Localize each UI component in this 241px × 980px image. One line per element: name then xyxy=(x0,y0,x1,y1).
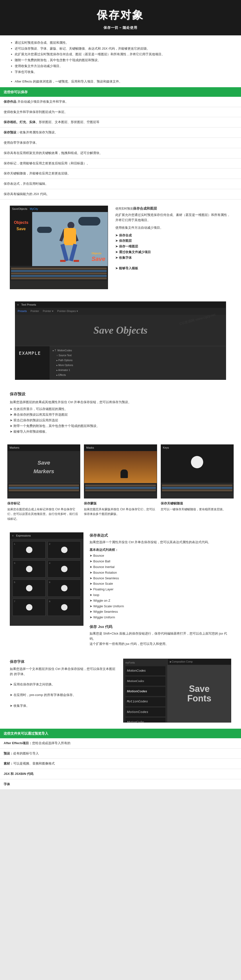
prop-row: ▸ Animator 1 xyxy=(52,368,224,373)
font-item[interactable]: MotionCodes xyxy=(125,718,165,722)
list-item: Bounce xyxy=(90,553,231,558)
footer-label: 预设： xyxy=(4,751,13,755)
expression-cell[interactable]: 3 xyxy=(13,560,46,578)
expression-cell[interactable]: 7 xyxy=(13,599,46,616)
list-item: 能够导入外部预设模板。 xyxy=(10,429,231,434)
panel-tab: Masks xyxy=(86,445,94,450)
list-item: 保存合成 xyxy=(115,233,231,238)
footer-label: 素材： xyxy=(4,762,13,765)
feature-text: 保存具有编辑能力的 JSX 代码。 xyxy=(4,192,49,196)
panel-text: 您可以一键保存关键帧随值，更有稳而更改层级。 xyxy=(161,507,234,512)
list-item: 单击保存的预设以将其应用于所选图层 xyxy=(10,412,231,417)
intro-block: 通过实时预览保存合成、图层和属性。 还可以保存预设、字体、蒙版、标记、关键帧随值… xyxy=(0,35,241,88)
list-item: Bounce Seamless xyxy=(90,576,231,581)
panel-text: 如果您在图层或合成上有标记并按住 Ctrl 单击保存它们，您可以设置在其他项目里… xyxy=(7,507,80,521)
panel-tab: Keys xyxy=(163,445,169,450)
list-item: 能够导入模板 xyxy=(115,266,231,271)
intro-list-1: 通过实时预览保存合成、图层和属性。 还可以保存预设、字体、蒙版、标记、关键帧随值… xyxy=(10,40,231,75)
list-item: 在应用时，pre-comp 的所有字体都会保存。 xyxy=(10,692,117,698)
font-item[interactable]: MotionCodes xyxy=(125,666,165,675)
screenshot-keyframes: Keys xyxy=(161,444,234,498)
panel-title: 保存关键帧随值 xyxy=(161,501,234,506)
timeline-panel xyxy=(10,266,108,280)
expr-desc: 如果您选择一个属性并按住 Ctrl 并单击保存按钮，您可以其表达式属性的表达式代… xyxy=(90,540,231,545)
fonts-desc: 如果您选择一个文本图层并按住 Ctrl 并单击保存按钮，您可以保存文本图层的 的… xyxy=(10,667,117,677)
subsection-title: 保存预设 xyxy=(10,391,231,397)
section-header-save: 这些你可以保存 xyxy=(0,87,241,97)
prop-row: ▸ More Options xyxy=(52,363,224,368)
comp-tab: MyCity xyxy=(30,207,38,211)
filter-tab[interactable]: Presets xyxy=(17,309,27,313)
rider-silhouette xyxy=(121,469,128,478)
expression-cell[interactable]: 1 xyxy=(13,541,46,558)
feature-text: 收集并将属性保存为预设。 xyxy=(20,130,58,134)
hero-title: 保存对象 xyxy=(0,6,241,23)
fonts-title: 保存字体 xyxy=(10,659,117,665)
list-item: Floating Layer xyxy=(90,587,231,592)
screenshot-save-comp: SaveObjects MyCity Objects Save xyxy=(10,206,108,289)
font-item[interactable]: MotionCodes xyxy=(125,687,165,696)
hamburger-icon: ≡ xyxy=(12,534,14,538)
filter-tab[interactable]: Pointer ▾ xyxy=(43,309,54,313)
strip-word: Save xyxy=(16,227,25,231)
expression-cell[interactable]: 5 xyxy=(13,579,46,597)
filter-tab[interactable]: Pointer xyxy=(30,309,39,313)
expression-cell[interactable]: 4 xyxy=(48,560,81,578)
feature-text: 使用自带字体保存字体。 xyxy=(4,141,39,145)
prop-row: ▸ Path Options xyxy=(52,358,224,363)
feature-text: 保存表达式，并在应用时编辑。 xyxy=(4,182,48,186)
section-title: 使用实时预览保存合成和图层 xyxy=(115,206,231,211)
screenshot-expressions: ≡ Expressions 1 2 3 4 5 6 7 8 xyxy=(10,532,84,626)
panel-tab: Expressions xyxy=(16,534,31,538)
feature-table: 保存作品 并自动减少项目并收集文件和字体。 使得收集文件和字体保存到图层成为一体… xyxy=(0,97,241,199)
intro-item: 此扩展允许您通过实时预览保存任何合成、图层（甚至是一维图层）和所有属性，并将它们… xyxy=(15,52,231,57)
font-item[interactable]: MotionCodes xyxy=(125,697,165,706)
list-item: 收集字体 xyxy=(115,255,231,261)
list-item: Bounce Ball xyxy=(90,559,231,564)
list-item: Bounce Scale xyxy=(90,581,231,586)
feature-text: 保存具有在应用框架支持的关键帧效果，拖拽和组成。还可分解滑块。 xyxy=(4,151,103,155)
feature-text: 并自动减少项目并收集文件和字体。 xyxy=(17,100,68,103)
intro-item: 随附一个免费的附加包，其中包含数十个现成的图层和预设。 xyxy=(15,58,231,63)
expr-title: 保存表达式 xyxy=(90,532,231,538)
feature-text: 使得收集文件和字体保存到图层成为一体层。 xyxy=(4,110,68,114)
feature-label: 保存预设： xyxy=(4,130,20,134)
list-item: 生效后所显示，可以存储图层的属性。 xyxy=(10,407,231,412)
feature-label: 保存相机、灯光、实体、 xyxy=(4,120,39,124)
list-item: Wiggle on Z xyxy=(90,598,231,603)
list-item: 保存一维图层 xyxy=(115,244,231,249)
font-item[interactable]: MotionCodes xyxy=(125,708,165,717)
panel-title: 保存蒙版 xyxy=(84,501,157,506)
comp-tab: Composition Comp xyxy=(172,660,193,663)
strip-word: Objects xyxy=(12,220,30,226)
section-desc: 此扩展允许您通过实时预览保存任何合成、素材（甚至是一维图层）和所有属性，并将它们… xyxy=(115,213,231,223)
screenshot-masks: Masks xyxy=(84,444,157,498)
footer-label: JSX 和 JSXBIN 代码 xyxy=(4,772,33,776)
panel-tab: myFonts xyxy=(125,661,165,665)
list-item: 通过收集文件减少项目 xyxy=(115,250,231,255)
panel-title: 保存标记 xyxy=(7,501,80,506)
intro-item: 还可以保存预设、字体、蒙版、标记、关键帧随值、表达式和 JSX 代码，并能够更改… xyxy=(15,46,231,51)
filter-tab[interactable]: Pointer-Shapes ▾ xyxy=(57,309,78,313)
expression-list: Bounce Bounce Ball Bounce Inertial Bounc… xyxy=(90,553,231,620)
feature-label: 保存作品 xyxy=(4,100,16,103)
font-item[interactable]: MotionCodes xyxy=(125,676,165,686)
expression-cell[interactable]: 6 xyxy=(48,579,81,597)
section-desc: 使用收集文件方法自动减少项目。 xyxy=(115,225,231,231)
footer-text: 处有的图标引导入 xyxy=(13,751,39,755)
intro-item: 通过实时预览保存合成、图层和属性。 xyxy=(15,40,231,45)
screenshot-text-presets: ≡ Text Presets Presets Pointer Pointer ▾… xyxy=(15,301,226,380)
list-item: Bounce Inertial xyxy=(90,565,231,570)
expression-cell[interactable]: 8 xyxy=(48,599,81,616)
list-item: Wiggle Uniform xyxy=(90,615,231,620)
footer-text: 您给合成或选择导入所有的 xyxy=(32,741,70,745)
expr-subtitle: 基本表达式列表框： xyxy=(90,547,231,552)
markers-text: Save Markers xyxy=(33,458,54,476)
feature-text: 形状图层、文本图层、形状图层、空图层等 xyxy=(39,120,99,124)
hamburger-icon: ≡ xyxy=(17,303,19,307)
jsx-note: 这个扩展中有一些有用的 jsx 代码，您可以导入和使用。 xyxy=(90,641,231,647)
expression-cell[interactable]: 2 xyxy=(48,541,81,558)
list-item: Wiggle Scale Uniform xyxy=(90,604,231,609)
jsx-title: 保存 Jsx 代码 xyxy=(90,624,231,630)
list-item: Bounce Rotation xyxy=(90,570,231,575)
